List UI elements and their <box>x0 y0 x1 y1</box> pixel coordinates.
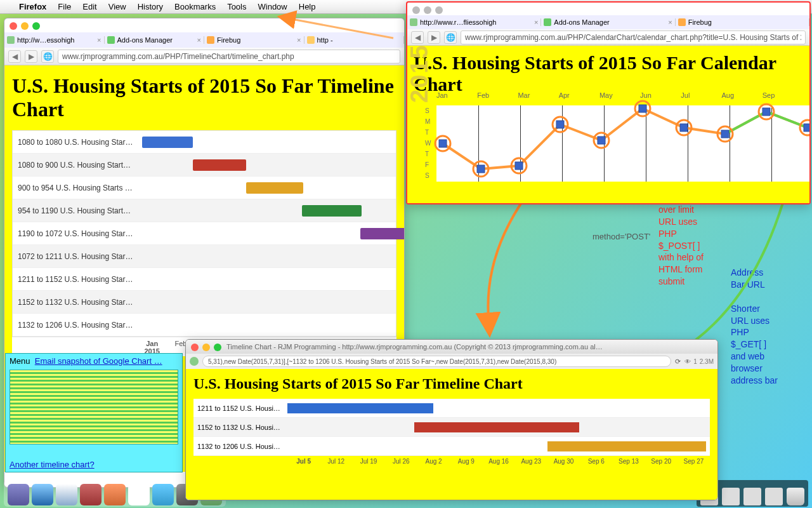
table-row: 1132 to 1206 U.S. Housi… <box>193 437 710 456</box>
app-icon[interactable] <box>80 484 102 505</box>
app-icon[interactable] <box>152 484 174 505</box>
timeline-bar[interactable] <box>193 159 246 171</box>
timeline-bar[interactable] <box>287 403 433 413</box>
menu-label: Menu <box>10 356 30 366</box>
annotation-get: Address Bar URL Shorter URL uses PHP $_G… <box>731 267 807 387</box>
calendar-line-svg <box>436 105 811 182</box>
doc-icon[interactable] <box>743 488 761 505</box>
row-label: 900 to 954 U.S. Housing Starts of… <box>13 184 138 192</box>
safari-icon[interactable] <box>32 484 53 505</box>
row-track <box>138 297 396 308</box>
page-count: 1 <box>693 358 697 365</box>
forward-button[interactable]: ▶ <box>428 31 440 44</box>
reload-icon[interactable]: ⟳ <box>675 358 681 366</box>
email-snapshot-link[interactable]: Email snapshot of Google Chart … <box>35 356 162 366</box>
window-controls[interactable] <box>10 22 40 30</box>
menu-view[interactable]: View <box>108 2 126 11</box>
address-bar[interactable] <box>202 356 671 367</box>
menu-bookmarks[interactable]: Bookmarks <box>174 2 216 11</box>
site-identity-icon[interactable]: 🌐 <box>41 50 54 63</box>
menu-help[interactable]: Help <box>299 2 316 11</box>
reader-icon[interactable]: 👁 <box>684 358 691 365</box>
address-bar[interactable] <box>58 50 400 64</box>
timeline-axis-mini: Jul 5Jul 12Jul 19Jul 26Aug 2Aug 9Aug 16A… <box>193 456 710 465</box>
timeline-bar[interactable] <box>360 228 405 239</box>
favicon-icon <box>7 36 15 44</box>
row-track <box>138 205 396 217</box>
close-icon[interactable]: × <box>97 36 101 44</box>
svg-rect-1 <box>439 140 447 147</box>
timeline-chart-mini: 1211 to 1152 U.S. Housi… 1152 to 1132 U.… <box>193 399 710 456</box>
window-controls[interactable] <box>191 344 221 351</box>
row-track <box>138 274 396 285</box>
row-label: 1080 to 1080 U.S. Housing Starts… <box>13 138 138 147</box>
dow-labels: SMTWTFS <box>425 105 431 181</box>
page-title: U.S. Housing Starts of 2015 So Far Timel… <box>12 74 396 121</box>
close-icon[interactable]: × <box>534 18 538 26</box>
row-track <box>287 403 710 413</box>
trash-icon[interactable] <box>787 488 804 505</box>
table-row: 1152 to 1132 U.S. Housing Starts… <box>13 291 396 314</box>
tab-label: Firebug <box>217 36 240 44</box>
favicon-icon <box>307 36 315 44</box>
tab-strip[interactable]: http://www.r…fliessohigh× Add-ons Manage… <box>407 15 809 29</box>
svg-rect-15 <box>721 130 729 138</box>
menu-history[interactable]: History <box>138 2 163 11</box>
row-label: 1072 to 1211 U.S. Housing Starts… <box>13 252 138 261</box>
doc-icon[interactable] <box>722 488 740 505</box>
close-icon[interactable]: × <box>197 36 201 44</box>
back-button[interactable]: ◀ <box>411 31 424 44</box>
finder-icon[interactable] <box>8 484 29 505</box>
tab-label: http://www.r…fliessohigh <box>420 18 496 26</box>
table-row: 1072 to 1211 U.S. Housing Starts… <box>13 245 396 268</box>
forward-button[interactable]: ▶ <box>25 50 37 63</box>
tab-3[interactable]: Firebug <box>676 18 809 26</box>
timeline-bar[interactable] <box>547 441 706 451</box>
menu-tools[interactable]: Tools <box>227 2 246 11</box>
site-identity-icon[interactable]: 🌐 <box>444 31 457 44</box>
page-body: U.S. Housing Starts of 2015 So Far Calen… <box>407 46 809 204</box>
tab-2[interactable]: Add-ons Manager× <box>105 36 205 44</box>
close-icon[interactable]: × <box>668 18 672 26</box>
back-button[interactable]: ◀ <box>8 50 21 63</box>
toolbar: ⟳ 👁 1 2.3M <box>186 354 717 369</box>
app-name[interactable]: Firefox <box>19 2 46 11</box>
timeline-bar[interactable] <box>142 137 193 148</box>
tab-2[interactable]: Add-ons Manager× <box>541 18 675 26</box>
another-chart-link[interactable]: Another timeline chart? <box>10 460 95 469</box>
timeline-bar[interactable] <box>414 422 579 432</box>
table-row: 1211 to 1152 U.S. Housi… <box>193 399 710 418</box>
tab-3[interactable]: Firebug× <box>204 36 304 44</box>
calendar-chart: JanFebMarAprMayJunJulAugSep SMTWTFS <box>436 102 803 197</box>
safari-window-timeline-short: Timeline Chart - RJM Programming - http:… <box>185 339 718 500</box>
menu-file[interactable]: File <box>58 2 71 11</box>
table-row: 1132 to 1206 U.S. Housing Starts… <box>13 314 396 337</box>
tab-strip[interactable]: http://w…essohigh× Add-ons Manager× Fire… <box>4 32 404 48</box>
window-controls[interactable] <box>412 6 443 14</box>
close-icon[interactable]: × <box>297 36 301 44</box>
mail-icon[interactable] <box>56 484 77 505</box>
table-row: 1152 to 1132 U.S. Housi… <box>193 418 710 437</box>
menu-window[interactable]: Window <box>258 2 287 11</box>
site-identity-icon[interactable] <box>190 357 199 366</box>
address-bar[interactable] <box>461 30 806 44</box>
window-title: Timeline Chart - RJM Programming - http:… <box>186 340 717 354</box>
row-label: 1132 to 1206 U.S. Housi… <box>193 443 287 450</box>
month-labels: JanFebMarAprMayJunJulAugSep <box>436 91 803 99</box>
tab-4[interactable]: http - <box>304 36 405 44</box>
puzzle-icon <box>544 18 551 26</box>
row-track <box>138 319 396 331</box>
tab-1[interactable]: http://www.r…fliessohigh× <box>407 18 541 26</box>
timeline-bar[interactable] <box>246 182 303 194</box>
row-track <box>287 422 710 432</box>
menu-edit[interactable]: Edit <box>82 2 96 11</box>
svg-rect-9 <box>598 137 605 144</box>
table-row: 1211 to 1152 U.S. Housing Starts… <box>13 268 396 291</box>
calendar-icon[interactable] <box>128 484 150 505</box>
svg-rect-7 <box>556 121 564 128</box>
app-icon[interactable] <box>104 484 126 505</box>
doc-icon[interactable] <box>765 488 783 505</box>
annotation-method: method='POST' <box>593 231 650 243</box>
tab-1[interactable]: http://w…essohigh× <box>4 36 105 44</box>
timeline-bar[interactable] <box>302 205 362 217</box>
